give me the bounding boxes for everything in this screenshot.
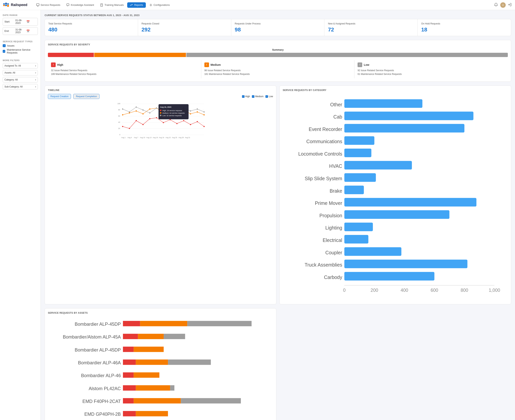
timeline-title: TIMELINE xyxy=(48,89,273,91)
svg-text:Electrical: Electrical xyxy=(323,237,342,243)
svg-rect-145 xyxy=(181,398,241,404)
assigned-to-filter[interactable]: Assigned To: All ▾ xyxy=(3,63,38,68)
svg-rect-133 xyxy=(136,360,168,365)
chevron-down-icon: ▾ xyxy=(35,72,36,74)
nav-configurations[interactable]: Configurations xyxy=(147,2,173,8)
svg-rect-148 xyxy=(136,411,168,416)
svg-point-37 xyxy=(204,126,205,127)
svg-point-81 xyxy=(160,115,162,116)
timeline-tabs: Request Creation Request Completion ✓ Hi… xyxy=(48,94,273,99)
checkbox-maintenance-box[interactable]: ✓ xyxy=(3,50,5,53)
assets-title: SERVICE REQUESTS BY ASSETS xyxy=(48,312,273,314)
svg-rect-98 xyxy=(344,186,364,194)
svg-text:1,000: 1,000 xyxy=(489,288,500,293)
svg-rect-96 xyxy=(344,173,376,182)
user-avatar[interactable]: U xyxy=(500,2,506,8)
chevron-down-icon: ▾ xyxy=(35,79,36,81)
svg-rect-92 xyxy=(344,149,371,157)
more-filters-label: MORE FILTERS xyxy=(3,59,38,61)
checkbox-high[interactable]: ✓ xyxy=(242,95,244,98)
svg-text:Bombardier/Alstom ALP-45A: Bombardier/Alstom ALP-45A xyxy=(63,334,121,339)
svg-rect-6 xyxy=(37,4,39,6)
checkbox-issues-box[interactable]: ✓ xyxy=(3,44,6,47)
svg-text:Aug 1: Aug 1 xyxy=(121,137,126,139)
severity-cards: ! High 32 Issue Related Service Requests… xyxy=(48,60,508,78)
svg-text:0: 0 xyxy=(119,134,120,135)
svg-point-53 xyxy=(136,106,137,108)
svg-text:Truck Assemblies: Truck Assemblies xyxy=(305,262,342,268)
svg-text:Bombardier ALP-45DP: Bombardier ALP-45DP xyxy=(75,347,121,352)
svg-point-33 xyxy=(177,123,178,124)
svg-point-52 xyxy=(129,111,130,112)
timeline-legend: ✓ High ✓ Medium ✓ Low xyxy=(242,95,273,98)
svg-rect-144 xyxy=(134,398,181,404)
timeline-chart: 0 20 40 60 80 100 xyxy=(48,101,273,141)
svg-text:Bombardier ALP-45DP: Bombardier ALP-45DP xyxy=(75,322,121,327)
assets-panel: SERVICE REQUESTS BY ASSETS Bombardier AL… xyxy=(44,308,276,420)
logout-icon[interactable] xyxy=(508,3,512,7)
stat-new-assigned: New & Assigned Requests 72 xyxy=(324,19,418,36)
svg-text:Coupler: Coupler xyxy=(325,250,342,255)
svg-rect-136 xyxy=(123,372,134,378)
svg-point-51 xyxy=(122,108,123,110)
bell-icon[interactable] xyxy=(494,3,498,7)
bottom-row: TIMELINE Request Creation Request Comple… xyxy=(44,86,511,304)
checkbox-low[interactable]: ✓ xyxy=(265,95,268,98)
svg-text:0: 0 xyxy=(343,288,346,293)
svg-text:Carbody: Carbody xyxy=(324,275,342,280)
chevron-down-icon: ▾ xyxy=(35,65,36,67)
start-date-input[interactable]: Start: 01-08-2023 📅 xyxy=(3,18,38,26)
sev-card-high: ! High 32 Issue Related Service Requests… xyxy=(48,60,201,78)
tab-request-creation[interactable]: Request Creation xyxy=(48,94,71,99)
calendar-icon-end[interactable]: 📅 xyxy=(26,30,36,33)
svg-point-35 xyxy=(190,124,191,125)
svg-rect-90 xyxy=(344,136,375,145)
svg-rect-86 xyxy=(344,112,473,120)
severity-title: SERVICE REQUESTS BY SEVERITY xyxy=(48,43,508,46)
svg-point-49 xyxy=(197,111,198,112)
svg-rect-129 xyxy=(123,346,134,352)
svg-rect-126 xyxy=(138,334,164,339)
category-filter[interactable]: Category: All ▾ xyxy=(3,77,38,82)
summary-bar xyxy=(48,53,508,57)
topnav: Railspeed Service Requests Knowledge Ass… xyxy=(0,0,515,10)
svg-point-36 xyxy=(197,121,198,122)
svg-text:Aug 16, 2023: Aug 16, 2023 xyxy=(160,106,171,108)
svg-rect-132 xyxy=(123,360,136,365)
category-svg: OtherCabEvent RecorderCommunicationsLoco… xyxy=(283,94,508,300)
assets-row: SERVICE REQUESTS BY ASSETS Bombardier AL… xyxy=(44,308,511,420)
sub-category-filter[interactable]: Sub-Category: All ▾ xyxy=(3,84,38,90)
sev-card-low: ! Low 92 Issue Related Service Requests … xyxy=(354,60,508,78)
svg-point-48 xyxy=(190,113,191,114)
assets-filter[interactable]: Assets: All ▾ xyxy=(3,70,38,75)
tab-request-completion[interactable]: Request Completion xyxy=(73,94,99,99)
svg-rect-108 xyxy=(344,247,401,256)
legend-high: ✓ High xyxy=(242,95,250,98)
svg-rect-1 xyxy=(3,5,5,6)
nav-training-manuals[interactable]: Training Manuals xyxy=(97,2,126,8)
nav-reports[interactable]: Reports xyxy=(127,2,146,8)
nav-knowledge-assistant[interactable]: Knowledge Assistant xyxy=(64,2,97,8)
svg-rect-127 xyxy=(164,334,185,339)
low-icon: ! xyxy=(358,62,362,67)
svg-rect-137 xyxy=(134,372,159,378)
svg-text:Medium: 64 service requests: Medium: 64 service requests xyxy=(162,112,185,114)
stat-under-process: Requests Under Process 98 xyxy=(231,19,324,36)
checkbox-medium[interactable]: ✓ xyxy=(252,95,254,98)
svg-text:EMD GP40PH-2B: EMD GP40PH-2B xyxy=(84,412,121,417)
svg-text:High: 29 service requests: High: 29 service requests xyxy=(162,110,182,112)
stat-total: Total Service Requests 480 xyxy=(45,19,138,36)
calendar-icon-start[interactable]: 📅 xyxy=(26,20,36,23)
svg-text:Locomotive Controls: Locomotive Controls xyxy=(298,151,342,157)
nav-service-requests[interactable]: Service Requests xyxy=(34,2,63,8)
svg-rect-141 xyxy=(170,385,174,390)
checkbox-issues[interactable]: ✓ Issues xyxy=(3,44,38,47)
assets-svg: Bombardier ALP-45DPBombardier/Alstom ALP… xyxy=(48,317,273,420)
svg-rect-7 xyxy=(37,6,38,6)
end-date-input[interactable]: End: 31-08-2023 📅 xyxy=(3,27,38,35)
svg-rect-147 xyxy=(123,411,136,416)
svg-point-31 xyxy=(163,122,164,123)
date-range-label: DATE RANGE xyxy=(3,14,38,16)
svg-rect-122 xyxy=(140,321,187,326)
checkbox-maintenance[interactable]: ✓ Maintenance Service Requests xyxy=(3,48,38,54)
